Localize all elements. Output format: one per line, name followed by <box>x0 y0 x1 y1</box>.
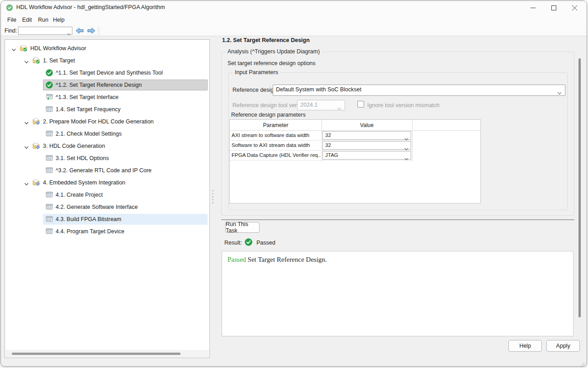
menu-file[interactable]: File <box>7 17 16 23</box>
toolbar-separator <box>99 27 99 35</box>
tree-item[interactable]: 2. Prepare Model For HDL Code Generation <box>5 116 209 128</box>
passed-check-icon <box>46 69 53 77</box>
report-message: Passed Set Target Reference Design. <box>228 256 327 264</box>
menu-run[interactable]: Run <box>38 17 48 23</box>
task-icon <box>46 216 53 223</box>
passed-check-icon <box>245 238 252 246</box>
parameter-value-select[interactable]: JTAG <box>322 151 411 160</box>
table-header: Parameter Value <box>230 120 480 131</box>
tree-item[interactable]: 4. Embedded System Integration <box>5 177 209 189</box>
find-text-field[interactable] <box>19 28 64 34</box>
reference-design-parameters-label: Reference design parameters <box>231 112 306 118</box>
minimize-icon[interactable] <box>522 1 543 14</box>
folder-check-icon <box>33 57 40 65</box>
tree-item[interactable]: 1. Set Target <box>5 55 209 67</box>
tree-item[interactable]: ^1.3. Set Target Interface <box>5 91 209 104</box>
titlebar: HDL Workflow Advisor - hdl_gettingStarte… <box>1 1 587 14</box>
vertical-scrollbar-thumb[interactable] <box>579 58 581 317</box>
chevron-down-icon[interactable] <box>24 119 29 125</box>
help-button[interactable]: Help <box>508 340 542 352</box>
horizontal-scrollbar[interactable] <box>5 350 209 357</box>
chevron-down-icon[interactable] <box>11 46 17 52</box>
find-input[interactable] <box>18 27 72 35</box>
tool-version-select[interactable]: 2024.1 <box>297 100 345 110</box>
run-this-task-button[interactable]: Run This Task <box>225 222 260 233</box>
find-next-arrow-icon[interactable] <box>87 27 96 34</box>
ignore-mismatch-checkbox[interactable] <box>357 101 364 108</box>
find-label: Find: <box>5 28 17 34</box>
resize-grip[interactable] <box>580 360 585 365</box>
window-title: HDL Workflow Advisor - hdl_gettingStarte… <box>16 4 165 10</box>
result-report-area: Passed Set Target Reference Design. <box>222 251 574 336</box>
chevron-down-icon[interactable] <box>24 180 29 186</box>
task-icon <box>46 228 53 236</box>
maximize-icon[interactable] <box>543 1 564 14</box>
task-icon <box>46 106 53 113</box>
tree-item[interactable]: ^1.2. Set Target Reference Design <box>5 79 209 91</box>
result-label: Result: <box>224 240 242 246</box>
task-run-icon <box>46 94 53 101</box>
tree-item[interactable]: 4.2. Generate Software Interface <box>5 201 209 213</box>
task-description: Set target reference design options <box>228 60 316 66</box>
table-row: AXI stream to software data width 32 <box>230 131 413 141</box>
table-row: FPGA Data Capture (HDL Verifier req... J… <box>230 151 413 160</box>
tree-item[interactable]: 4.1. Create Project <box>5 189 209 201</box>
tree-item[interactable]: 2.1. Check Model Settings <box>5 128 209 140</box>
tree-item[interactable]: 1.4. Set Target Frequency <box>5 104 209 116</box>
find-previous-arrow-icon[interactable] <box>75 27 84 34</box>
tree-item[interactable]: 3. HDL Code Generation <box>5 140 209 152</box>
menu-help[interactable]: Help <box>53 17 65 23</box>
ignore-mismatch-label: Ignore tool version mismatch <box>367 102 440 109</box>
menubar: File Edit Run Help <box>1 14 587 26</box>
task-title: 1.2. Set Target Reference Design <box>222 37 310 43</box>
tree-item[interactable]: HDL Workflow Advisor <box>5 42 209 55</box>
task-icon <box>46 130 53 138</box>
reference-design-select[interactable]: Default System with SoC Blockset <box>273 85 565 96</box>
task-icon <box>46 167 53 175</box>
horizontal-scrollbar-thumb[interactable] <box>12 353 180 355</box>
reference-design-label: Reference design: <box>232 87 278 93</box>
chevron-down-icon[interactable] <box>24 144 29 149</box>
report-message-text: Set Target Reference Design. <box>246 256 327 263</box>
workflow-tree-panel: HDL Workflow Advisor 1. Set Target ^1.1.… <box>5 39 210 358</box>
chevron-down-icon <box>404 154 408 162</box>
app-icon <box>6 5 13 11</box>
parameter-name-cell: AXI stream to software data width <box>232 132 320 138</box>
report-status-word: Passed <box>228 256 246 263</box>
close-icon[interactable] <box>564 1 585 14</box>
chevron-down-icon <box>337 104 341 112</box>
task-icon <box>46 191 53 199</box>
folder-gear-icon <box>33 142 40 150</box>
chevron-down-icon[interactable] <box>24 58 29 64</box>
parameter-value-select[interactable]: 32 <box>322 131 411 140</box>
table-row: Software to AXI stream data width 32 <box>230 141 413 151</box>
hdl-workflow-advisor-window: HDL Workflow Advisor - hdl_gettingStarte… <box>0 0 587 367</box>
value-column-header: Value <box>322 122 412 128</box>
input-parameters-label: Input Parameters <box>233 69 280 75</box>
section-separator <box>221 219 574 220</box>
passed-check-icon <box>46 81 53 89</box>
tree-item[interactable]: 3.1. Set HDL Options <box>5 152 209 165</box>
tree-item[interactable]: ^3.2. Generate RTL Code and IP Core <box>5 165 209 177</box>
parameter-column-header: Parameter <box>230 122 322 128</box>
reference-design-parameters-table: Parameter Value AXI stream to software d… <box>229 119 481 203</box>
task-icon <box>46 155 53 162</box>
find-toolbar: Find: <box>1 26 587 36</box>
parameter-name-cell: FPGA Data Capture (HDL Verifier req... <box>232 152 320 158</box>
chevron-down-icon[interactable] <box>67 29 71 38</box>
menu-edit[interactable]: Edit <box>22 17 32 23</box>
panel-splitter-handle[interactable] <box>212 190 214 203</box>
task-icon <box>46 203 53 211</box>
tree-item[interactable]: 4.3. Build FPGA Bitstream <box>5 213 209 226</box>
folder-gear-icon <box>33 118 40 126</box>
chevron-down-icon <box>557 89 562 97</box>
folder-check-icon <box>20 45 28 52</box>
parameter-name-cell: Software to AXI stream data width <box>232 142 320 148</box>
tree-item[interactable]: ^1.1. Set Target Device and Synthesis To… <box>5 67 209 79</box>
tree-item[interactable]: 4.4. Program Target Device <box>5 226 209 238</box>
analysis-group-label: Analysis (^Triggers Update Diagram) <box>226 48 322 55</box>
apply-button[interactable]: Apply <box>546 340 580 352</box>
parameter-value-select[interactable]: 32 <box>322 141 411 150</box>
result-status: Passed <box>256 240 275 246</box>
folder-gear-icon <box>33 179 40 187</box>
